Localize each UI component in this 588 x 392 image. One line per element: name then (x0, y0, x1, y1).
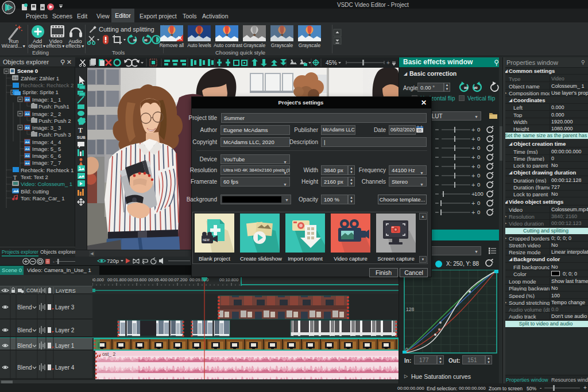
svg-text:T: T (78, 126, 83, 134)
svg-text:0: 0 (477, 200, 480, 206)
svg-text:Blend: Blend (17, 343, 32, 349)
svg-text:+: + (471, 209, 475, 216)
svg-text:0: 0 (477, 181, 480, 188)
svg-text:90: 90 (133, 38, 137, 42)
svg-text:720p: 720p (107, 258, 119, 264)
svg-text:T: T (13, 174, 17, 181)
svg-text:SUB: SUB (77, 135, 86, 139)
svg-text:00:07.200: 00:07.200 (168, 277, 187, 282)
svg-text:+: + (471, 154, 475, 161)
svg-text:00:10.800: 00:10.800 (219, 277, 238, 282)
svg-text:0: 0 (405, 347, 408, 352)
svg-text:+: + (471, 181, 475, 188)
svg-text:+: + (386, 60, 390, 66)
svg-text:+: + (471, 126, 475, 133)
svg-text:45%: 45% (326, 60, 337, 66)
svg-text:+: + (471, 200, 475, 207)
svg-text:+: + (471, 135, 475, 142)
svg-text:0: 0 (477, 209, 480, 215)
svg-text:+: + (471, 163, 475, 170)
svg-text:-: - (53, 259, 55, 265)
svg-text:+: + (471, 145, 475, 152)
svg-text:00:03.600: 00:03.600 (127, 277, 146, 282)
svg-text:+: + (471, 172, 475, 179)
svg-text:ost_ 2: ost_ 2 (102, 351, 115, 357)
svg-text:Layer 1: Layer 1 (55, 343, 75, 349)
svg-text:Blend: Blend (17, 364, 32, 371)
svg-text:0: 0 (477, 154, 480, 160)
svg-text:-: - (540, 385, 541, 391)
svg-text:0: 0 (477, 135, 480, 142)
svg-text:0: 0 (477, 172, 480, 178)
svg-text:Blend: Blend (17, 304, 32, 311)
svg-text:NEW: NEW (203, 238, 210, 242)
svg-text:0:0: 0:0 (13, 76, 18, 80)
svg-text:0: 0 (477, 145, 480, 151)
svg-text:90: 90 (474, 86, 478, 90)
svg-text:00:05.400: 00:05.400 (148, 277, 167, 282)
svg-text:Layer 2: Layer 2 (55, 327, 75, 333)
svg-text:+: + (583, 385, 587, 391)
svg-text:90: 90 (464, 86, 468, 90)
svg-text:00:01.800: 00:01.800 (107, 277, 126, 282)
svg-text:128: 128 (406, 306, 414, 312)
svg-text:LAYERS: LAYERS (56, 288, 76, 294)
svg-text:0: 0 (477, 126, 480, 133)
svg-text:Layer 3: Layer 3 (55, 304, 75, 311)
svg-text:Blend: Blend (17, 327, 32, 333)
svg-text:00.000: 00.000 (92, 277, 104, 282)
svg-text:90: 90 (144, 38, 148, 42)
svg-text:05: 05 (418, 129, 422, 132)
svg-text:100: 100 (474, 191, 483, 197)
svg-text:0: 0 (477, 163, 480, 169)
svg-text:Layer 4: Layer 4 (55, 364, 75, 371)
